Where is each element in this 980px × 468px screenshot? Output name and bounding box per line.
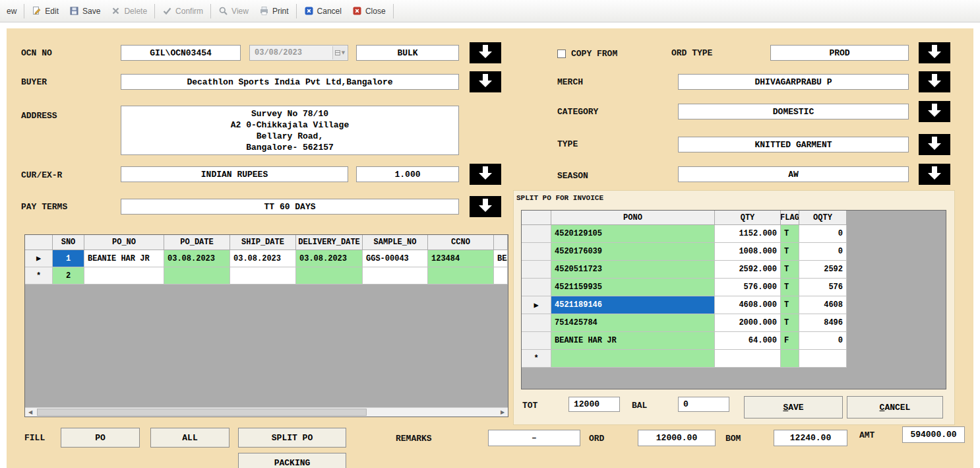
category-field[interactable]: DOMESTIC <box>678 104 909 119</box>
address-field[interactable]: Survey No 78/10 A2 0-Chikkajala Village … <box>121 106 459 155</box>
cell-flag[interactable]: T <box>781 279 799 296</box>
ocn-dropdown-button[interactable] <box>470 42 501 63</box>
cell-flag[interactable]: T <box>781 314 799 332</box>
toolbar-button-edit[interactable]: Edit <box>26 3 64 20</box>
cell-qty[interactable]: 2000.000 <box>715 314 781 332</box>
column-header-oqty[interactable]: OQTY <box>799 211 847 225</box>
toolbar-button-delete[interactable]: Delete <box>106 3 152 20</box>
merch-dropdown-button[interactable] <box>919 71 950 92</box>
cell-oqty[interactable]: 0 <box>799 243 847 261</box>
po-table-hscrollbar[interactable]: ◀ ▶ <box>25 407 508 417</box>
column-header-pono[interactable]: PONO <box>551 211 715 225</box>
cell-ccno[interactable] <box>428 267 494 284</box>
date-dropdown-button[interactable]: ▼ <box>332 46 347 59</box>
column-header-selector[interactable] <box>25 235 53 250</box>
cell-flag[interactable]: T <box>781 243 799 261</box>
merch-field[interactable]: DHIVAGARPRABU P <box>678 74 909 90</box>
cell-qty[interactable]: 64.000 <box>715 332 781 350</box>
po-button[interactable]: PO <box>61 428 140 448</box>
toolbar-button-close[interactable]: Close <box>347 3 391 20</box>
column-header-selector[interactable] <box>522 211 551 225</box>
cell-po_no[interactable] <box>84 267 164 284</box>
cell-sample_no[interactable]: GGS-00043 <box>363 250 428 267</box>
cell-extra[interactable]: BEA <box>494 250 508 267</box>
ocn-date-picker[interactable]: 03/08/2023 ▼ <box>249 45 348 61</box>
row-selector[interactable]: ▶ <box>25 250 53 267</box>
toolbar-button-save[interactable]: Save <box>64 3 106 20</box>
all-button[interactable]: ALL <box>150 428 230 448</box>
season-field[interactable]: AW <box>678 166 909 182</box>
scroll-track[interactable] <box>36 408 497 417</box>
cell-extra[interactable] <box>494 267 508 284</box>
row-selector[interactable] <box>522 225 551 243</box>
column-header-sno[interactable]: SNO <box>53 235 84 250</box>
bom-field[interactable]: 12240.00 <box>774 430 847 446</box>
toolbar-button-confirm[interactable]: Confirm <box>157 3 208 20</box>
cell-qty[interactable]: 4608.000 <box>715 296 781 314</box>
cell-po_no[interactable]: BEANIE HAR JR <box>84 250 164 267</box>
scroll-right-button[interactable]: ▶ <box>497 408 508 417</box>
bal-field[interactable]: 0 <box>678 397 729 412</box>
column-header-po_date[interactable]: PO_DATE <box>164 235 230 250</box>
cell-ccno[interactable]: 123484 <box>428 250 494 267</box>
toolbar-button-new[interactable]: ew <box>1 3 22 20</box>
row-selector[interactable] <box>522 332 551 350</box>
bulk-field[interactable]: BULK <box>356 45 459 61</box>
row-selector[interactable] <box>522 261 551 279</box>
category-dropdown-button[interactable] <box>919 101 950 122</box>
cell-oqty[interactable]: 576 <box>799 279 847 296</box>
remarks-field[interactable]: – <box>488 430 580 446</box>
pay-terms-dropdown-button[interactable] <box>470 196 501 217</box>
cell-pono[interactable]: 751425784 <box>551 314 715 332</box>
type-field[interactable]: KNITTED GARMENT <box>678 137 909 152</box>
cell-qty[interactable]: 2592.000 <box>715 261 781 279</box>
ord-type-field[interactable]: PROD <box>770 45 909 61</box>
column-header-sample_no[interactable]: SAMPLE_NO <box>363 235 428 250</box>
cell-qty[interactable] <box>715 350 781 368</box>
cell-oqty[interactable]: 0 <box>799 332 847 350</box>
cell-pono[interactable]: 4521189146 <box>551 296 715 314</box>
ord-field[interactable]: 12000.00 <box>638 430 716 446</box>
cell-ship_date[interactable]: 03.08.2023 <box>230 250 296 267</box>
column-header-delivery_date[interactable]: DELIVERY_DATE <box>296 235 363 250</box>
currency-dropdown-button[interactable] <box>470 164 501 185</box>
buyer-field[interactable]: Decathlon Sports India Pvt Ltd,Bangalore <box>121 74 459 90</box>
cell-sample_no[interactable] <box>363 267 428 284</box>
cell-pono[interactable]: BEANIE HAR JR <box>551 332 715 350</box>
pay-terms-field[interactable]: TT 60 DAYS <box>121 199 459 215</box>
cell-flag[interactable]: T <box>781 296 799 314</box>
cell-po_date[interactable] <box>164 267 230 284</box>
cell-sno[interactable]: 2 <box>53 267 84 284</box>
row-selector[interactable]: ▶ <box>522 296 551 314</box>
cell-oqty[interactable]: 2592 <box>799 261 847 279</box>
cell-qty[interactable]: 1008.000 <box>715 243 781 261</box>
cell-pono[interactable]: 4521159935 <box>551 279 715 296</box>
cancel-button[interactable]: CANCEL <box>847 396 943 418</box>
row-selector[interactable]: * <box>522 350 551 368</box>
cell-flag[interactable]: T <box>781 225 799 243</box>
toolbar-button-view[interactable]: View <box>213 3 254 20</box>
save-button[interactable]: SAVE <box>744 396 843 418</box>
cell-qty[interactable]: 1152.000 <box>715 225 781 243</box>
column-header-ship_date[interactable]: SHIP_DATE <box>230 235 296 250</box>
cell-qty[interactable]: 576.000 <box>715 279 781 296</box>
row-selector[interactable] <box>522 243 551 261</box>
scroll-left-button[interactable]: ◀ <box>25 408 36 417</box>
cell-flag[interactable]: T <box>781 261 799 279</box>
cell-oqty[interactable]: 8496 <box>799 314 847 332</box>
column-header-po_no[interactable]: PO_NO <box>84 235 164 250</box>
row-selector[interactable] <box>522 314 551 332</box>
cell-flag[interactable] <box>781 350 799 368</box>
exchange-rate-field[interactable]: 1.000 <box>356 166 459 182</box>
packing-button[interactable]: PACKING <box>238 453 346 468</box>
season-dropdown-button[interactable] <box>919 164 950 185</box>
column-header-extra[interactable] <box>494 235 508 250</box>
split-po-button[interactable]: SPLIT PO <box>238 428 346 448</box>
cell-po_date[interactable]: 03.08.2023 <box>164 250 230 267</box>
toolbar-button-print[interactable]: Print <box>254 3 294 20</box>
copy-from-checkbox[interactable] <box>557 50 566 58</box>
cell-flag[interactable]: F <box>781 332 799 350</box>
ord-type-dropdown-button[interactable] <box>919 42 950 63</box>
cell-pono[interactable]: 4520511723 <box>551 261 715 279</box>
cell-ship_date[interactable] <box>230 267 296 284</box>
